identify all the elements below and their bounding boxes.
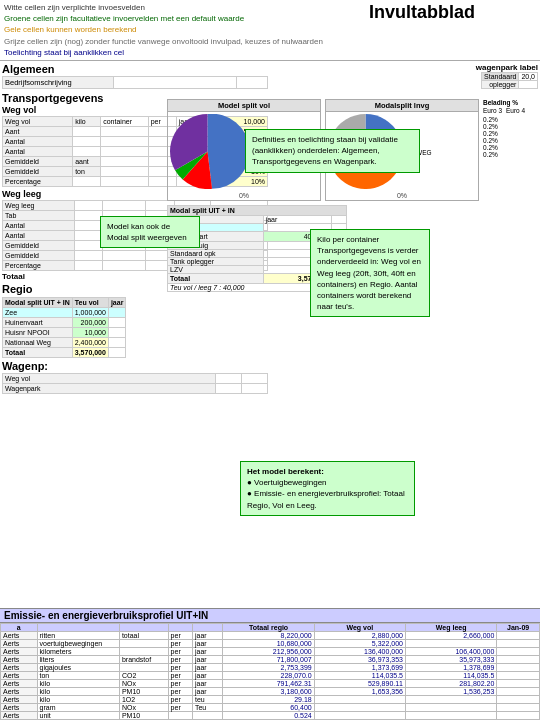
tooltip-model-split: Model kan ook de Modal split weergeven: [100, 216, 200, 248]
leeg-gem1-label: Gemiddeld: [3, 240, 75, 250]
emission-table: a Totaal regio Weg vol Weg leeg Jan-09 A…: [0, 623, 540, 720]
npooi-val[interactable]: 10,000: [72, 327, 108, 337]
right-small-values: Belading % Euro 3 Euro 4 0.2% 0.2% 0.2% …: [483, 99, 538, 201]
nationaal-val[interactable]: 2,400,000: [72, 337, 108, 347]
em-col-per: [168, 624, 192, 632]
totaal-label: Totaal: [2, 272, 25, 281]
modal-val: 20,0: [519, 72, 538, 80]
gem1-unit: aant: [73, 156, 101, 166]
wagenpark-title: Wagenp:: [2, 360, 268, 372]
table-row: Aerts voertuigbewegingen per jaar 10,680…: [1, 640, 540, 648]
small-val1: 0.2%: [483, 116, 538, 123]
em-label8: Aerts: [1, 688, 38, 696]
chart-vol-title: Model split vol: [168, 100, 320, 112]
leeg-standaard: Standaard opk: [168, 249, 264, 257]
em-col-a: a: [1, 624, 38, 632]
tooltip-transport-verder: Transportgegevens is verder onderverdeel…: [317, 246, 421, 311]
em-label3: Aerts: [1, 648, 38, 656]
emission-title: Emissie- en energieverbruiksprofiel UIT+…: [0, 609, 540, 623]
em-type: totaal: [119, 632, 168, 640]
table-row: Aerts kilo 1O2 per teu 29.18: [1, 696, 540, 704]
regio-section: Regio Modal split UIT + IN Teu vol jaar …: [2, 283, 268, 358]
em-col-unit: [37, 624, 119, 632]
em-freq: jaar: [192, 632, 222, 640]
bullet2: ● Emissie- en energieverbruiksprofiel: T…: [247, 489, 405, 509]
em-label10: Aerts: [1, 704, 38, 712]
modal-split-vol-table: Modal split UIT + IN Teu vol jaar Zee 1,…: [2, 297, 126, 358]
table-row: Aerts liters brandstof per jaar 71,800,0…: [1, 656, 540, 664]
tooltip-kilo-container: Kilo per container Transportgegevens is …: [310, 229, 430, 317]
header-banner: Invultabblad Witte cellen zijn verplicht…: [0, 0, 540, 61]
table-row: Aerts ritten totaal per jaar 8,220,000 2…: [1, 632, 540, 640]
em-leeg-val: 2,660,000: [406, 632, 497, 640]
leeg-tank: Tank oplegger: [168, 257, 264, 265]
em-label4: Aerts: [1, 656, 38, 664]
leeg-totaal: Totaal: [168, 273, 264, 283]
bedrijf-label: Bedrijfsomschrijving: [3, 76, 114, 88]
em-col-type: [119, 624, 168, 632]
euro3-label: Euro 3: [483, 107, 502, 114]
wegleeg-label1: Weg leeg: [3, 200, 75, 210]
small-val2: 0.2%: [483, 123, 538, 130]
em-vol-val: 2,880,000: [314, 632, 405, 640]
regio-totaal-label: Totaal: [3, 347, 73, 357]
euro4-label: Euro 4: [506, 107, 525, 114]
em-col-totaal: Totaal regio: [223, 624, 314, 632]
leeg-gem2-label: Gemiddeld: [3, 250, 75, 260]
small-val3: 0.2%: [483, 130, 538, 137]
wegvol-col1: container: [101, 116, 148, 126]
em-totaal-val: 8,220,000: [223, 632, 314, 640]
bullet1: ● Voertuigbewegingen: [247, 478, 327, 487]
leeg-pct-label: Percentage: [3, 260, 75, 270]
table-row: Aerts unit PM10 0.524: [1, 712, 540, 720]
header-row5: Toelichting staat bij aanklikken cel: [4, 47, 536, 58]
gem1-label: Gemiddeld: [3, 156, 73, 166]
table-row: Aerts gigajoules per jaar 2,753,399 1,37…: [1, 664, 540, 672]
wagenpark-table: Weg vol Wagenpark: [2, 373, 268, 394]
leeg-aant-label: Aantal: [3, 220, 75, 230]
em-label: Aerts: [1, 632, 38, 640]
em-col-jan09: Jan-09: [497, 624, 540, 632]
wp-wegvol: Weg vol: [3, 373, 216, 383]
aant-label: Aant: [3, 126, 73, 136]
table-row: Aerts kilometers per jaar 212,956,000 13…: [1, 648, 540, 656]
em-label5: Aerts: [1, 664, 38, 672]
tooltip-definities: Definities en toelichting staan bij vali…: [245, 129, 420, 173]
em-label6: Aerts: [1, 672, 38, 680]
leeg-aant2-label: Aantal: [3, 230, 75, 240]
em-per: per: [168, 632, 192, 640]
pct-label: Percentage: [3, 176, 73, 186]
modal-header3: jaar: [108, 297, 125, 307]
small-val6: 0.2%: [483, 151, 538, 158]
table-row: Aerts kilo PM10 per jaar 3,180,600 1,653…: [1, 688, 540, 696]
em-col-freq: [192, 624, 222, 632]
small-val5: 0.2%: [483, 144, 538, 151]
em-col-wegleeg: Weg leeg: [406, 624, 497, 632]
wagenpark-top-label: wagenpark label: [476, 63, 538, 72]
zee-label: Zee: [3, 307, 73, 317]
regio-totaal-val: 3,570,000: [72, 347, 108, 357]
table-row: Aerts ton CO2 per jaar 228,070.0 114,035…: [1, 672, 540, 680]
wegvol-unit1: kilo: [73, 116, 101, 126]
modal-header2: Teu vol: [72, 297, 108, 307]
modal-col-label: Standaard: [482, 72, 519, 80]
emission-section: Emissie- en energieverbruiksprofiel UIT+…: [0, 608, 540, 720]
tooltip-model-berekent: Het model berekent: ● Voertuigbewegingen…: [240, 461, 415, 516]
chart-leeg-title: Modalsplit lnvg: [326, 100, 478, 112]
modal-header1: Modal split UIT + IN: [3, 297, 73, 307]
em-label2: Aerts: [1, 640, 38, 648]
binnenvaart-val[interactable]: 200,000: [72, 317, 108, 327]
header-row4: Grijze cellen zijn (nog) zonder functie …: [4, 36, 536, 47]
right-header-area: wagenpark label Standaard 20,0 oplegger: [167, 63, 538, 89]
npooi-label: Huisnr NPOOI: [3, 327, 73, 337]
zee-val[interactable]: 1,000,000: [72, 307, 108, 317]
oplegger-label: oplegger: [482, 80, 519, 88]
aant2-label: Aantal: [3, 136, 73, 146]
belading-label: Belading %: [483, 99, 538, 106]
em-label11: Aerts: [1, 712, 38, 720]
header-row3: Gele cellen kunnen worden berekend: [4, 24, 536, 35]
gem2-label: Gemiddeld: [3, 166, 73, 176]
table-row: Aerts kilo NOx per jaar 791,462.31 529,8…: [1, 680, 540, 688]
leeg-lzv: LZV: [168, 265, 264, 273]
aant3-label: Aantal: [3, 146, 73, 156]
